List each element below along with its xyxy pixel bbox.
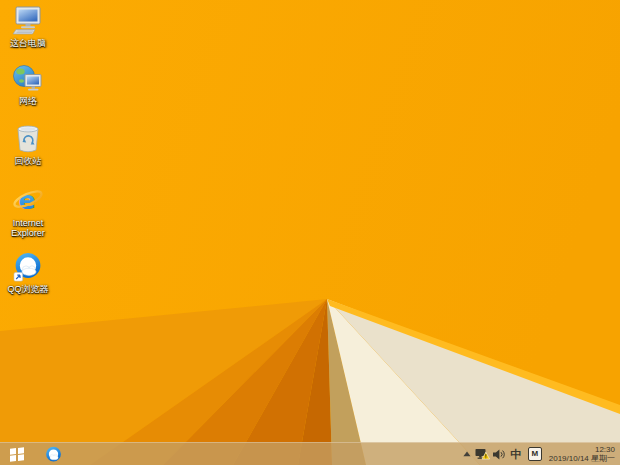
network-globe-icon: [11, 64, 45, 94]
icon-label: QQ浏览器: [7, 284, 48, 294]
icon-label: 回收站: [15, 156, 42, 166]
qq-browser-icon: [11, 252, 45, 282]
taskbar-clock[interactable]: 12:30 2019/10/14 星期一: [549, 445, 615, 464]
icon-label: 网络: [19, 96, 37, 106]
system-tray: 中 M 12:30 2019/10/14 星期一: [460, 443, 620, 465]
computer-icon: [11, 6, 45, 36]
desktop-icon-this-pc[interactable]: 这台电脑: [0, 6, 56, 48]
start-button[interactable]: [2, 443, 32, 465]
recycle-bin-icon: [11, 124, 45, 154]
volume-icon[interactable]: [491, 443, 508, 465]
chevron-up-icon: [463, 451, 471, 457]
clock-time: 12:30: [549, 445, 615, 455]
desktop-icon-network[interactable]: 网络: [0, 64, 56, 106]
show-hidden-icons-chevron[interactable]: [460, 443, 474, 465]
qq-browser-taskbar-icon[interactable]: [40, 443, 66, 465]
ime-badge-letter: M: [528, 447, 542, 461]
desktop-screen: 这台电脑 网络: [0, 0, 620, 465]
clock-date: 2019/10/14 星期一: [549, 454, 615, 464]
svg-text:e: e: [19, 185, 36, 215]
wallpaper: [0, 0, 620, 465]
qq-browser-icon: [45, 446, 62, 463]
desktop-icon-internet-explorer[interactable]: e Internet Explorer: [0, 186, 56, 238]
windows-logo-icon: [10, 447, 24, 461]
icon-label: 这台电脑: [10, 38, 46, 48]
desktop-icon-qq-browser[interactable]: QQ浏览器: [0, 252, 56, 294]
ime-language-badge[interactable]: M: [524, 443, 542, 465]
desktop-icon-recycle-bin[interactable]: 回收站: [0, 124, 56, 166]
internet-explorer-icon: e: [11, 186, 45, 216]
ime-mode-indicator[interactable]: 中: [508, 443, 524, 465]
network-warning-icon: [475, 448, 490, 461]
speaker-icon: [493, 449, 505, 460]
taskbar: 中 M 12:30 2019/10/14 星期一: [0, 442, 620, 465]
network-status-icon[interactable]: [474, 443, 491, 465]
icon-label: Internet Explorer: [0, 218, 56, 238]
